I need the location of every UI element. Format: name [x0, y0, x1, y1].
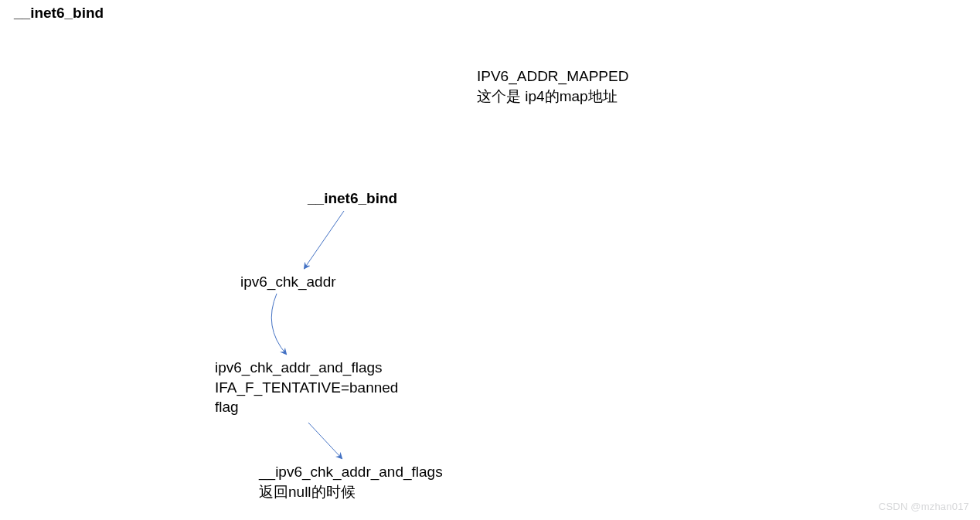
arrow-root-to-n1 [305, 211, 344, 268]
flow-node-3-line2: 返回null的时候 [259, 484, 356, 500]
arrow-n2-to-n3 [308, 423, 342, 458]
page-title: __inet6_bind [14, 3, 104, 23]
note-line2: 这个是 ip4的map地址 [477, 88, 618, 104]
flow-root: __inet6_bind [308, 189, 397, 209]
flow-node-2-line1: ipv6_chk_addr_and_flags [215, 359, 383, 376]
note-block: IPV6_ADDR_MAPPED 这个是 ip4的map地址 [477, 66, 628, 106]
flow-node-2: ipv6_chk_addr_and_flags IFA_F_TENTATIVE=… [215, 358, 398, 417]
note-line1: IPV6_ADDR_MAPPED [477, 68, 628, 84]
flow-node-3: __ipv6_chk_addr_and_flags 返回null的时候 [259, 462, 443, 501]
flow-node-3-line1: __ipv6_chk_addr_and_flags [259, 464, 443, 480]
flow-node-2-line3: flag [215, 399, 239, 415]
arrow-n1-to-n2 [271, 294, 286, 354]
flow-node-2-line2: IFA_F_TENTATIVE=banned [215, 379, 398, 396]
watermark: CSDN @mzhan017 [879, 501, 969, 512]
flow-node-1: ipv6_chk_addr [240, 272, 336, 292]
